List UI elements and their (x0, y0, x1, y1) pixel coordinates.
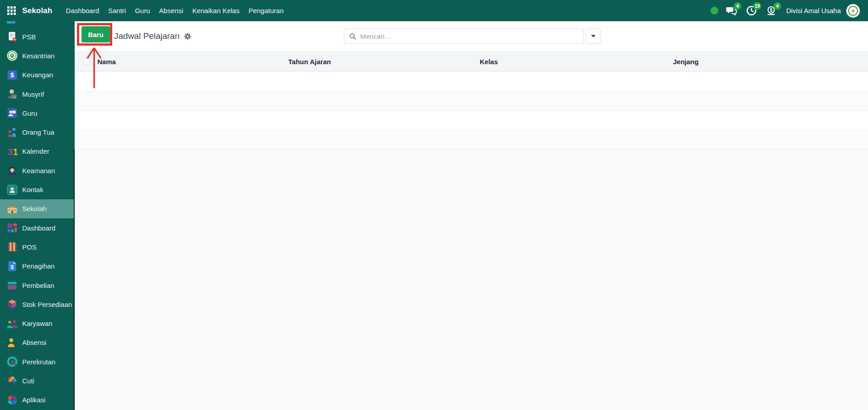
search-options-dropdown[interactable] (586, 28, 601, 44)
sidebar-item-kalender[interactable]: 31Kalender (0, 142, 75, 161)
sidebar-item-sekolah[interactable]: Sekolah (0, 199, 75, 218)
pos-awning-icon (6, 241, 18, 253)
purchase-icon (6, 279, 18, 292)
sidebar-item-psb[interactable]: PSB (0, 27, 75, 46)
sidebar-item-keuangan[interactable]: $Keuangan (0, 66, 75, 85)
search-input[interactable] (360, 33, 579, 40)
attendance-icon (6, 336, 18, 349)
sidebar-item-keamanan[interactable]: Keamanan (0, 161, 75, 180)
app-title[interactable]: Sekolah (22, 6, 52, 15)
messages-icon[interactable]: 4 (725, 4, 738, 18)
sidebar-scrollbar[interactable] (74, 149, 75, 410)
sidebar-item-absensi[interactable]: Absensi (0, 333, 75, 352)
nav-item-santri[interactable]: Santri (104, 0, 130, 21)
sidebar-item-label: Penagihan (22, 262, 55, 270)
sidebar-item-label: Orang Tua (22, 128, 54, 136)
sidebar-item-label: Cuti (22, 377, 34, 385)
dashboard-tiles-icon (6, 222, 18, 234)
main-content: Baru Jadwal Pelajaran (75, 21, 868, 410)
calendar-31-icon: 31 (6, 145, 18, 157)
nav-item-pengaturan[interactable]: Pengaturan (244, 0, 288, 21)
kesantrian-logo-icon (6, 50, 18, 62)
search-icon (349, 33, 357, 40)
payroll-badge: 4 (773, 2, 781, 10)
svg-text:$: $ (10, 71, 14, 79)
sidebar-item-label: Guru (22, 109, 37, 117)
nav-item-guru[interactable]: Guru (130, 0, 154, 21)
user-avatar[interactable] (846, 4, 860, 18)
navbar-right: 4 19 $ 4 Divisi Amal Usaha (711, 4, 868, 18)
document-icon (6, 31, 18, 43)
navbar-left: Sekolah DashboardSantriGuruAbsensiKenaik… (0, 0, 288, 21)
guru-board-icon (6, 107, 18, 119)
billing-doc-icon: $ (6, 260, 18, 272)
sidebar-item-label: Kalender (22, 147, 49, 155)
sidebar-item-label: Pembelian (22, 282, 54, 289)
sidebar-item-label: Perekrutan (22, 358, 55, 366)
svg-text:1: 1 (13, 147, 18, 157)
sidebar-item-kontak[interactable]: Kontak (0, 180, 75, 199)
table-row (75, 111, 868, 130)
sidebar-item-karyawan[interactable]: Karyawan (0, 314, 75, 333)
sidebar-item-pos[interactable]: POS (0, 237, 75, 256)
svg-text:3: 3 (8, 147, 13, 157)
sidebar-item-penagihan[interactable]: $Penagihan (0, 257, 75, 276)
police-officer-icon (6, 165, 18, 177)
sidebar-item-pembelian[interactable]: Pembelian (0, 276, 75, 295)
column-header-nama[interactable]: Nama (97, 52, 116, 72)
search-bar[interactable] (344, 28, 584, 44)
nav-item-absensi[interactable]: Absensi (155, 0, 188, 21)
new-record-button[interactable]: Baru (81, 26, 110, 42)
activities-badge: 19 (753, 2, 761, 10)
inventory-box-icon (6, 298, 18, 311)
sidebar-item-label: Musyrif (22, 90, 44, 98)
payroll-money-icon[interactable]: $ 4 (764, 4, 778, 18)
sidebar-item-musyrif[interactable]: Musyrif (0, 85, 75, 104)
sidebar-item-label: Stok Persediaan (22, 301, 72, 308)
sidebar-item-label: Absensi (22, 339, 46, 346)
user-name[interactable]: Divisi Amal Usaha (786, 7, 841, 14)
sidebar-item-aplikasi[interactable]: Aplikasi (0, 391, 75, 410)
sidebar-item-label: Sekolah (22, 205, 47, 212)
sidebar: PSBKesantrian$KeuanganMusyrifGuruOrang T… (0, 21, 75, 410)
sidebar-item-label: Karyawan (22, 320, 52, 327)
dollar-square-icon: $ (6, 69, 18, 81)
sidebar-item-kesantrian[interactable]: Kesantrian (0, 46, 75, 65)
apps-pie-icon (6, 394, 18, 406)
caret-down-icon (591, 35, 596, 38)
apps-grid-icon[interactable] (7, 6, 16, 15)
sidebar-item-label: POS (22, 243, 37, 251)
parents-icon (6, 126, 18, 138)
messages-badge: 4 (734, 2, 741, 10)
sidebar-item-dashboard[interactable]: Dashboard (0, 218, 75, 237)
employees-icon (6, 317, 18, 330)
nav-item-kenaikan-kelas[interactable]: Kenaikan Kelas (188, 0, 244, 21)
sidebar-item-cuti[interactable]: Cuti (0, 371, 75, 390)
nav-item-dashboard[interactable]: Dashboard (62, 0, 104, 21)
sidebar-item-label: PSB (22, 33, 36, 41)
sidebar-item-perekrutan[interactable]: Perekrutan (0, 352, 75, 371)
column-header-tahun-ajaran[interactable]: Tahun Ajaran (288, 52, 331, 72)
activities-clock-icon[interactable]: 19 (744, 4, 758, 18)
page-title: Jadwal Pelajaran (114, 31, 180, 41)
table-row (75, 72, 868, 91)
table-row (75, 91, 868, 111)
table-row (75, 130, 868, 150)
online-status-dot (711, 7, 718, 14)
sidebar-item-label: Keuangan (22, 71, 53, 79)
musyrif-person-icon (6, 88, 18, 100)
sidebar-item-guru[interactable]: Guru (0, 104, 75, 123)
gear-icon[interactable] (184, 33, 191, 40)
top-navbar: Sekolah DashboardSantriGuruAbsensiKenaik… (0, 0, 868, 21)
sidebar-item-orang-tua[interactable]: Orang Tua (0, 123, 75, 141)
sidebar-item-stok-persediaan[interactable]: Stok Persediaan (0, 295, 75, 314)
contact-card-icon (6, 184, 18, 196)
column-header-kelas[interactable]: Kelas (480, 52, 498, 72)
recruitment-icon (6, 356, 18, 368)
leave-umbrella-icon (6, 375, 18, 387)
school-building-icon (6, 203, 18, 215)
sidebar-item-label: Aplikasi (22, 396, 46, 404)
clipped-icon-fragment (7, 21, 15, 24)
column-header-jenjang[interactable]: Jenjang (673, 52, 699, 72)
select-all-checkbox[interactable] (83, 58, 90, 65)
